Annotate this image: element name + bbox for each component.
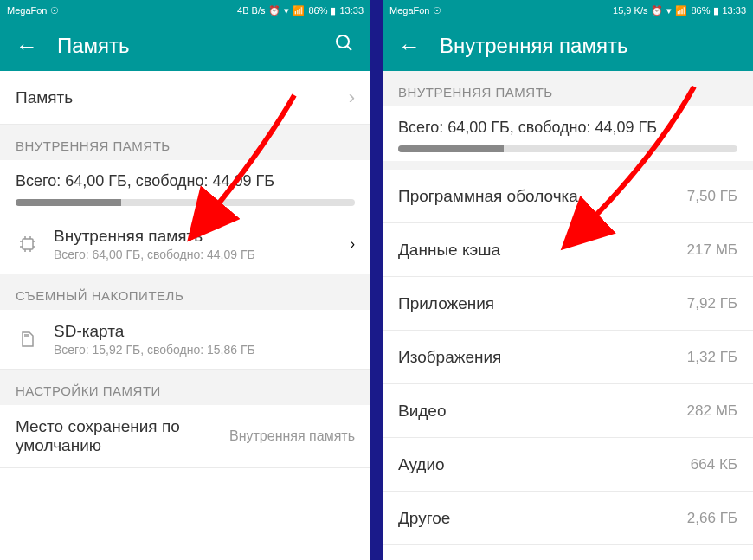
row-value: 1,32 ГБ [687,349,737,366]
right-screen: MegaFon ☉ 15,9 K/s ⏰ ▾ 📶 86% ▮ 13:33 ← В… [383,0,753,560]
app-header: ← Память [0,21,370,71]
sd-card-row[interactable]: SD-карта Всего: 15,92 ГБ, свободно: 15,8… [0,310,370,370]
page-title: Память [57,34,315,58]
speed-label: 4В B/s [237,5,265,16]
sd-card-icon [16,327,40,351]
section-settings: НАСТРОЙКИ ПАМЯТИ [0,370,370,405]
section-removable: СЪЕМНЫЙ НАКОПИТЕЛЬ [0,274,370,310]
memory-label: Память [16,88,342,107]
internal-sub: Всего: 64,00 ГБ, свободно: 44,09 ГБ [54,248,337,261]
apps-row[interactable]: Приложения 7,92 ГБ [383,277,753,331]
internal-title: Внутренняя память [54,227,337,246]
row-label: Видео [398,402,687,421]
row-label: Аудио [398,455,691,474]
sd-title: SD-карта [54,322,355,341]
row-label: Изображения [398,348,687,367]
images-row[interactable]: Изображения 1,32 ГБ [383,331,753,384]
row-label: Приложения [398,294,687,313]
time-label: 13:33 [339,5,364,16]
alarm-icon: ⏰ [651,5,663,16]
row-value: 217 МБ [687,241,737,259]
cache-row[interactable]: Данные кэша 217 МБ [383,223,753,277]
page-title: Внутренняя память [440,34,737,58]
chevron-right-icon: › [349,87,355,109]
progress-bar [16,199,355,206]
signal-icon: 📶 [675,5,687,16]
row-value: 282 МБ [687,402,737,420]
section-internal: ВНУТРЕННЯЯ ПАМЯТЬ [0,125,370,160]
svg-line-1 [347,46,351,50]
storage-summary: Всего: 64,00 ГБ, свободно: 44,09 ГБ [0,160,370,215]
default-location-value: Внутренняя память [229,428,355,444]
storage-summary: Всего: 64,00 ГБ, свободно: 44,09 ГБ [383,106,753,161]
gap [383,161,753,170]
wifi-icon: ▾ [666,5,672,16]
signal-icon: 📶 [293,5,305,16]
time-label: 13:33 [722,5,746,16]
row-value: 7,50 ГБ [687,188,737,205]
system-row[interactable]: Программная оболочка 7,50 ГБ [383,170,753,223]
carrier-label: MegaFon [7,5,47,16]
row-label: Данные кэша [398,241,687,260]
search-icon[interactable] [334,33,355,59]
default-location-title: Место сохранения по умолчанию [16,417,229,455]
memory-row[interactable]: Память › [0,71,370,125]
default-location-row[interactable]: Место сохранения по умолчанию Внутренняя… [0,405,370,468]
battery-label: 86% [308,5,327,16]
carrier-label: MegaFon [389,5,429,16]
row-label: Программная оболочка [398,187,687,206]
internal-storage-row[interactable]: Внутренняя память Всего: 64,00 ГБ, свобо… [0,215,370,274]
other-row[interactable]: Другое 2,66 ГБ [383,492,753,545]
battery-icon: ▮ [331,5,336,16]
video-row[interactable]: Видео 282 МБ [383,384,753,438]
svg-point-0 [337,35,349,48]
audio-row[interactable]: Аудио 664 КБ [383,438,753,492]
battery-label: 86% [691,5,710,16]
summary-text: Всего: 64,00 ГБ, свободно: 44,09 ГБ [398,119,737,137]
chip-icon [16,232,40,256]
wifi-icon: ▾ [284,5,289,16]
alarm-icon: ⏰ [268,5,280,16]
sd-sub: Всего: 15,92 ГБ, свободно: 15,86 ГБ [54,343,355,357]
row-value: 7,92 ГБ [687,295,737,312]
progress-bar [398,145,737,152]
nfc-icon: ☉ [50,5,59,16]
row-value: 2,66 ГБ [687,510,737,527]
left-screen: MegaFon ☉ 4В B/s ⏰ ▾ 📶 86% ▮ 13:33 ← Пам… [0,0,370,560]
row-value: 664 КБ [691,456,737,473]
battery-icon: ▮ [713,5,718,16]
status-bar: MegaFon ☉ 15,9 K/s ⏰ ▾ 📶 86% ▮ 13:33 [383,0,753,21]
svg-rect-2 [23,239,33,249]
status-bar: MegaFon ☉ 4В B/s ⏰ ▾ 📶 86% ▮ 13:33 [0,0,370,21]
summary-text: Всего: 64,00 ГБ, свободно: 44,09 ГБ [16,172,355,190]
back-icon[interactable]: ← [16,33,38,60]
row-label: Другое [398,509,687,528]
chevron-right-icon: › [351,236,355,252]
speed-label: 15,9 K/s [613,5,647,16]
back-icon[interactable]: ← [398,33,421,60]
nfc-icon: ☉ [433,5,441,16]
section-internal: ВНУТРЕННЯЯ ПАМЯТЬ [383,71,753,106]
app-header: ← Внутренняя память [383,21,753,71]
